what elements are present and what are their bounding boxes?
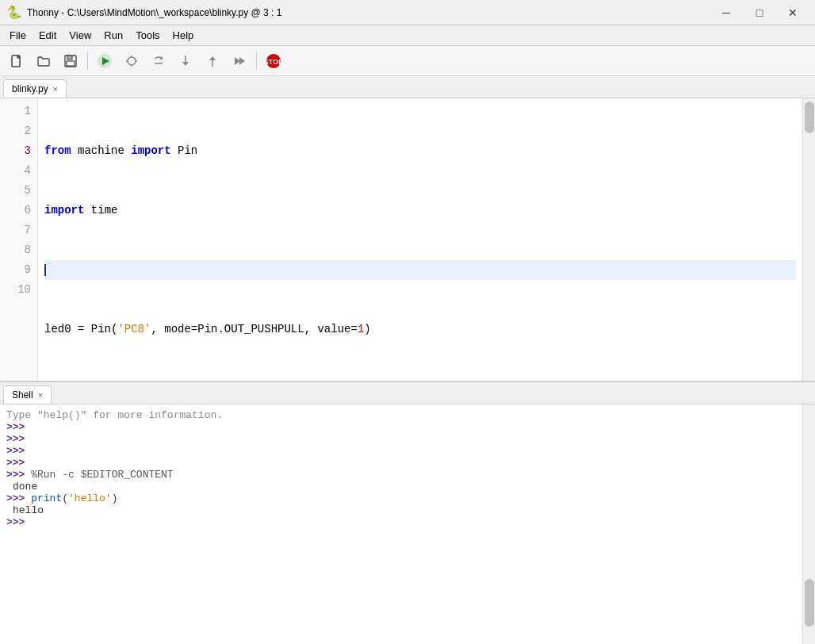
svg-rect-2 bbox=[67, 56, 72, 59]
step-into-button[interactable] bbox=[174, 50, 197, 72]
code-line-3 bbox=[44, 260, 796, 280]
line-num-9: 9 bbox=[0, 260, 31, 280]
app-logo: 🐍 bbox=[6, 5, 22, 20]
stop-button[interactable]: STOP bbox=[262, 50, 285, 72]
open-button[interactable] bbox=[32, 50, 55, 72]
code-area[interactable]: 1 2 3 4 5 6 7 8 9 10 from machine import… bbox=[0, 98, 815, 381]
menu-tools[interactable]: Tools bbox=[129, 28, 166, 43]
step-out-icon bbox=[205, 54, 220, 68]
menu-edit[interactable]: Edit bbox=[33, 28, 63, 43]
open-icon bbox=[36, 54, 51, 68]
toolbar-sep-1 bbox=[87, 52, 88, 70]
svg-point-6 bbox=[128, 57, 136, 65]
window-title: Thonny - C:\Users\MindMotion\_workspace\… bbox=[27, 7, 710, 18]
shell-section: Shell × Type "help()" for more informati… bbox=[0, 382, 815, 644]
svg-marker-16 bbox=[209, 56, 216, 60]
menu-help[interactable]: Help bbox=[166, 28, 201, 43]
code-line-4: led0 = Pin('PC8', mode=Pin.OUT_PUSHPULL,… bbox=[44, 320, 796, 339]
code-line-1: from machine import Pin bbox=[44, 141, 796, 161]
line-num-8: 8 bbox=[0, 240, 31, 260]
menubar: File Edit View Run Tools Help bbox=[0, 25, 815, 46]
run-button[interactable] bbox=[93, 50, 117, 72]
shell-scrollbar[interactable] bbox=[802, 404, 815, 644]
run-icon bbox=[97, 53, 113, 69]
toolbar-sep-2 bbox=[256, 52, 257, 70]
svg-text:STOP: STOP bbox=[266, 58, 281, 66]
svg-rect-3 bbox=[67, 61, 75, 66]
shell-print-line: >>> print('hello') bbox=[6, 493, 796, 504]
editor-tab-bar: blinky.py × bbox=[0, 76, 815, 98]
save-button[interactable] bbox=[59, 50, 82, 72]
new-button[interactable] bbox=[5, 50, 29, 72]
save-icon bbox=[63, 54, 78, 68]
step-over-icon bbox=[151, 54, 166, 68]
shell-info-line: Type "help()" for more information. bbox=[6, 409, 796, 421]
line-num-5: 5 bbox=[0, 181, 31, 201]
shell-tab-close-icon[interactable]: × bbox=[38, 390, 43, 400]
code-editor[interactable]: from machine import Pin import time led0… bbox=[38, 98, 802, 381]
step-out-button[interactable] bbox=[201, 50, 224, 72]
resume-button[interactable] bbox=[228, 50, 251, 72]
shell-scrollbar-thumb[interactable] bbox=[805, 579, 814, 627]
toolbar: STOP bbox=[0, 46, 815, 76]
line-num-10: 10 bbox=[0, 280, 31, 300]
menu-file[interactable]: File bbox=[3, 28, 33, 43]
tab-close-icon[interactable]: × bbox=[53, 85, 58, 94]
editor-scrollbar[interactable] bbox=[802, 98, 815, 381]
close-button[interactable]: ✕ bbox=[777, 2, 809, 24]
svg-marker-14 bbox=[182, 62, 189, 66]
window-controls: ─ □ ✕ bbox=[710, 2, 809, 24]
titlebar: 🐍 Thonny - C:\Users\MindMotion\_workspac… bbox=[0, 0, 815, 25]
svg-marker-17 bbox=[235, 57, 240, 65]
line-num-6: 6 bbox=[0, 201, 31, 220]
menu-view[interactable]: View bbox=[63, 28, 98, 43]
svg-marker-18 bbox=[239, 57, 245, 65]
shell-run-line: >>> %Run -c $EDITOR_CONTENT bbox=[6, 469, 796, 481]
shell-output-hello: hello bbox=[6, 504, 796, 516]
tab-label: blinky.py bbox=[12, 83, 48, 94]
step-over-button[interactable] bbox=[147, 50, 170, 72]
minimize-button[interactable]: ─ bbox=[710, 2, 742, 24]
line-num-7: 7 bbox=[0, 220, 31, 240]
line-num-4: 4 bbox=[0, 161, 31, 181]
editor-tab-blinky[interactable]: blinky.py × bbox=[3, 79, 67, 98]
shell-tab[interactable]: Shell × bbox=[3, 385, 52, 404]
main-content: blinky.py × 1 2 3 4 5 6 7 8 9 10 from ma… bbox=[0, 76, 815, 644]
line-numbers: 1 2 3 4 5 6 7 8 9 10 bbox=[0, 98, 38, 381]
menu-run[interactable]: Run bbox=[98, 28, 129, 43]
shell-tab-bar: Shell × bbox=[0, 382, 815, 404]
shell-output-done: done bbox=[6, 481, 796, 493]
editor-scrollbar-thumb[interactable] bbox=[805, 102, 814, 133]
code-line-2: import time bbox=[44, 201, 796, 220]
shell-prompt-last: >>> bbox=[6, 516, 796, 528]
step-into-icon bbox=[178, 54, 193, 68]
new-icon bbox=[10, 54, 24, 68]
maximize-button[interactable]: □ bbox=[744, 2, 775, 24]
shell-content[interactable]: Type "help()" for more information. >>> … bbox=[0, 404, 802, 644]
code-line-5: for i in range(10): bbox=[44, 379, 796, 381]
shell-prompt-2: >>> bbox=[6, 433, 796, 445]
shell-prompt-3: >>> bbox=[6, 445, 796, 457]
shell-tab-label: Shell bbox=[12, 389, 33, 401]
shell-prompt-1: >>> bbox=[6, 421, 796, 433]
line-num-1: 1 bbox=[0, 102, 31, 121]
debug-icon bbox=[124, 54, 139, 68]
shell-scroll-container: Type "help()" for more information. >>> … bbox=[0, 404, 815, 644]
resume-icon bbox=[232, 54, 247, 68]
line-num-2: 2 bbox=[0, 121, 31, 141]
line-num-3: 3 bbox=[0, 141, 31, 161]
debug-button[interactable] bbox=[120, 50, 143, 72]
stop-icon: STOP bbox=[266, 53, 281, 69]
editor-section: blinky.py × 1 2 3 4 5 6 7 8 9 10 from ma… bbox=[0, 76, 815, 382]
shell-prompt-4: >>> bbox=[6, 457, 796, 469]
